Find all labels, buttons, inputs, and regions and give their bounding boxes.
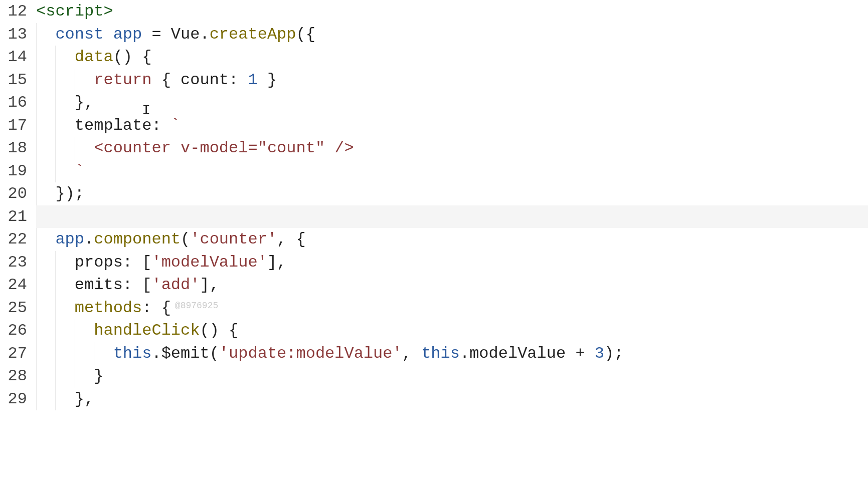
token: : { [142,299,171,317]
token: template: [75,116,161,135]
code-line[interactable]: } [36,365,868,388]
token: ], [200,276,219,294]
line-number: 28 [4,365,27,388]
line-number: 22 [4,228,27,251]
token: ({ [296,25,315,44]
token: createApp [210,25,296,44]
code-line[interactable]: props: ['modelValue'], [36,251,868,274]
code-line[interactable]: return { count: 1 } [36,69,868,92]
token: () { [113,48,152,66]
code-line[interactable]: template: ` [36,114,868,137]
token: .modelValue + [460,344,595,363]
line-number-gutter: 121314151617181920212223242526272829 [0,0,36,410]
code-line[interactable]: emits: ['add'], [36,274,868,297]
line-number: 20 [4,182,27,205]
token: data [75,48,113,66]
code-line[interactable]: }, I [36,91,868,114]
token: ], [267,253,286,272]
token: = Vue. [142,25,209,44]
code-content: <counter v-model="count" /> [36,139,354,157]
line-number: 24 [4,274,27,297]
line-number: 27 [4,342,27,365]
token: app [55,230,84,249]
code-line[interactable]: }, [36,388,868,411]
token: .$emit( [151,344,219,363]
token: , [402,344,421,363]
code-line[interactable]: methods: {@8976925 [36,297,868,320]
token [161,116,171,135]
token: ` [75,162,84,180]
token: 3 [595,344,604,363]
line-number: 29 [4,388,27,411]
code-line[interactable]: this.$emit('update:modelValue', this.mod… [36,342,868,365]
code-content: template: ` [36,116,181,135]
token: () { [200,321,238,340]
token: 1 [248,71,257,89]
code-editor[interactable]: <script> const app = Vue.createApp({ dat… [36,0,868,410]
code-content: ` [36,162,84,180]
token: this [113,344,152,363]
code-content: handleClick() { [36,321,238,340]
code-content: return { count: 1 } [36,71,277,89]
line-number: 12 [4,0,27,23]
code-content: }); [36,184,84,203]
code-content: }, [36,390,94,408]
token: methods [75,299,142,317]
line-number: 14 [4,46,27,69]
code-content: emits: ['add'], [36,276,219,294]
token: <script> [36,2,113,21]
line-number: 25 [4,297,27,320]
token: ( [181,230,190,249]
token: ); [604,344,623,363]
token: return [94,71,151,89]
line-number: 21 [4,205,27,228]
line-number: 17 [4,114,27,137]
code-content: const app = Vue.createApp({ [36,25,315,44]
token: } [94,367,103,385]
token: { count: [151,71,248,89]
token: app [113,25,142,44]
token: }, [75,93,94,112]
code-line[interactable]: handleClick() { [36,319,868,342]
token: } [258,71,277,89]
code-content: data() { [36,48,151,66]
line-number: 18 [4,137,27,160]
token: props: [ [75,253,152,272]
token: emits: [ [75,276,152,294]
code-line[interactable]: ` [36,160,868,183]
token: 'add' [151,276,200,294]
token: const [55,25,103,44]
code-line[interactable]: <counter v-model="count" /> [36,137,868,160]
code-content: props: ['modelValue'], [36,253,286,272]
code-line[interactable]: data() { [36,46,868,69]
code-content: methods: {@8976925 [36,299,214,317]
token: component [94,230,181,249]
token: . [84,230,94,249]
code-line[interactable]: const app = Vue.createApp({ [36,23,868,46]
token: 'modelValue' [151,253,267,272]
token: }, [75,390,94,408]
token: }); [55,184,84,203]
line-number: 19 [4,160,27,183]
token: , { [277,230,306,249]
code-content: } [36,367,103,385]
line-number: 13 [4,23,27,46]
line-number: 23 [4,251,27,274]
code-content: this.$emit('update:modelValue', this.mod… [36,344,623,363]
code-line[interactable]: <script> [36,0,868,23]
line-number: 16 [4,91,27,114]
code-line[interactable]: app.component('counter', { [36,228,868,251]
code-line[interactable] [36,205,868,228]
token: 'counter' [190,230,277,249]
token: handleClick [94,321,200,340]
watermark: @8976925 [175,301,218,311]
text-cursor: I [94,93,142,112]
token [103,25,113,44]
code-line[interactable]: }); [36,182,868,205]
token: this [421,344,460,363]
token: 'update:modelValue' [219,344,402,363]
code-content: }, [36,93,94,112]
code-content: <script> [36,2,113,21]
code-content: app.component('counter', { [36,230,306,249]
token: <counter v-model="count" /> [94,139,354,157]
